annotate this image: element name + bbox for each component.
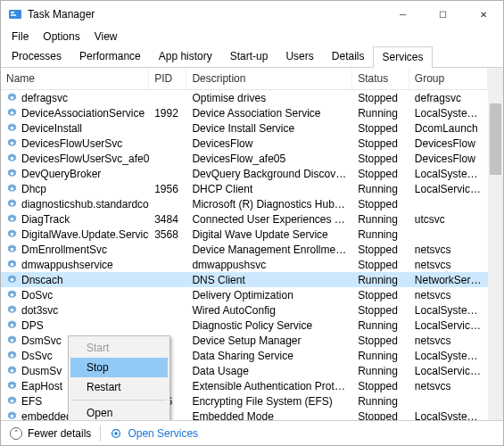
service-status: Stopped	[352, 92, 409, 104]
service-name: defragsvc	[21, 92, 68, 104]
service-status: Stopped	[352, 244, 409, 256]
menu-item-start: Start	[70, 338, 168, 358]
service-row[interactable]: DeviceAssociationService1992Device Assoc…	[1, 105, 488, 120]
service-description: DNS Client	[186, 274, 352, 286]
app-icon	[8, 7, 22, 21]
service-group: netsvcs	[409, 244, 488, 256]
service-row[interactable]: DevicesFlowUserSvc_afe05DevicesFlow_afe0…	[1, 151, 488, 166]
service-group: defragsvc	[409, 92, 488, 104]
service-status: Stopped	[352, 289, 409, 301]
open-services-link[interactable]: Open Services	[128, 427, 198, 440]
service-row[interactable]: DevicesFlowUserSvcDevicesFlowStoppedDevi…	[1, 136, 488, 151]
service-row[interactable]: DoSvcDelivery OptimizationStoppednetsvcs	[1, 287, 488, 302]
service-group: DcomLaunch	[409, 122, 488, 135]
service-description: Digital Wave Update Service	[186, 228, 352, 241]
service-name: Dnscach	[21, 274, 63, 286]
svg-point-20	[11, 354, 14, 358]
service-group: netsvcs	[409, 380, 488, 392]
service-description: Delivery Optimization	[186, 289, 352, 301]
task-manager-window: Task Manager ─ ☐ ✕ File Options View Pro…	[0, 0, 504, 446]
service-gear-icon	[6, 92, 18, 103]
service-name: DusmSv	[21, 365, 62, 377]
service-row[interactable]: DevQueryBrokerDevQuery Background Discov…	[1, 166, 488, 181]
service-row[interactable]: DPSDiagnostic Policy ServiceRunningLocal…	[1, 318, 488, 333]
service-description: Device Setup Manager	[186, 334, 352, 347]
service-group: LocalSystemN...	[409, 304, 488, 317]
service-row[interactable]: dmwappushservicedmwappushsvcStoppednetsv…	[1, 257, 488, 272]
service-group: LocalSystemN...	[409, 350, 488, 362]
service-row[interactable]: Dhcp1956DHCP ClientRunningLocalServiceN.…	[1, 181, 488, 196]
svg-point-19	[11, 339, 14, 343]
service-description: Diagnostic Policy Service	[186, 319, 352, 332]
chevron-up-icon[interactable]: ˄	[10, 427, 22, 440]
menu-view[interactable]: View	[87, 29, 125, 45]
service-group: LocalServiceN...	[409, 365, 488, 377]
service-name: DevicesFlowUserSvc_afe05	[21, 153, 149, 165]
svg-point-23	[11, 400, 14, 403]
service-row[interactable]: DnscachDNS ClientRunningNetworkService	[1, 272, 488, 287]
minimize-button[interactable]: ─	[383, 1, 423, 28]
context-menu: StartStopRestartOpen ServicesSearch onli…	[68, 335, 170, 420]
svg-point-11	[11, 218, 14, 221]
service-row[interactable]: DmEnrollmentSvcDevice Management Enrollm…	[1, 242, 488, 257]
service-row[interactable]: DeviceInstallDevice Install ServiceStopp…	[1, 120, 488, 136]
menu-file[interactable]: File	[4, 29, 36, 45]
service-description: Extensible Authentication Protocol	[186, 380, 352, 392]
service-status: Running	[352, 350, 409, 362]
service-row[interactable]: DigitalWave.Update.Service3568Digital Wa…	[1, 227, 488, 242]
separator	[100, 425, 101, 442]
svg-point-24	[11, 415, 14, 418]
svg-point-7	[11, 157, 14, 161]
service-status: Running	[352, 274, 409, 286]
svg-point-4	[11, 112, 14, 115]
menu-item-stop[interactable]: Stop	[70, 358, 168, 377]
maximize-button[interactable]: ☐	[423, 1, 463, 28]
vertical-scrollbar[interactable]	[488, 68, 503, 420]
service-row[interactable]: dot3svcWired AutoConfigStoppedLocalSyste…	[1, 302, 488, 318]
tab-start-up[interactable]: Start-up	[221, 45, 277, 67]
service-gear-icon	[6, 334, 18, 346]
service-description: Encrypting File System (EFS)	[186, 395, 352, 408]
svg-point-18	[11, 324, 14, 327]
service-row[interactable]: diagnosticshub.standardco...Microsoft (R…	[1, 196, 488, 211]
service-name: DeviceAssociationService	[21, 107, 145, 120]
scrollbar-thumb[interactable]	[490, 103, 501, 175]
service-status: Stopped	[352, 198, 409, 211]
svg-point-27	[115, 432, 119, 435]
service-gear-icon	[6, 244, 18, 255]
service-name: DigitalWave.Update.Service	[21, 228, 149, 241]
tab-users[interactable]: Users	[277, 45, 322, 67]
fewer-details-link[interactable]: Fewer details	[28, 427, 91, 440]
service-name: dmwappushservice	[21, 259, 113, 271]
service-name: DmEnrollmentSvc	[21, 244, 107, 256]
service-gear-icon	[6, 395, 18, 407]
tab-performance[interactable]: Performance	[70, 45, 150, 67]
menu-item-restart[interactable]: Restart	[70, 377, 168, 397]
tab-details[interactable]: Details	[323, 45, 374, 67]
service-name: DevicesFlowUserSvc	[21, 137, 122, 150]
menu-options[interactable]: Options	[36, 29, 87, 45]
service-status: Stopped	[352, 137, 409, 150]
col-description[interactable]: Description	[186, 68, 352, 89]
service-status: Running	[352, 228, 409, 241]
col-name[interactable]: Name	[1, 68, 149, 89]
menubar: File Options View	[1, 28, 503, 45]
service-gear-icon	[6, 365, 18, 376]
service-gear-icon	[6, 183, 18, 194]
tab-processes[interactable]: Processes	[3, 45, 70, 67]
service-name: diagnosticshub.standardco...	[21, 198, 149, 211]
service-row[interactable]: DiagTrack3484Connected User Experiences …	[1, 211, 488, 227]
gear-icon	[110, 427, 122, 440]
tab-services[interactable]: Services	[373, 46, 432, 68]
service-row[interactable]: defragsvcOptimise drivesStoppeddefragsvc	[1, 90, 488, 105]
col-group[interactable]: Group	[409, 68, 488, 89]
close-button[interactable]: ✕	[463, 1, 503, 28]
service-status: Running	[352, 107, 409, 120]
col-pid[interactable]: PID	[149, 68, 186, 89]
tab-app-history[interactable]: App history	[150, 45, 221, 67]
footer: ˄ Fewer details Open Services	[1, 420, 503, 445]
service-description: DevQuery Background Discovery Br...	[186, 168, 352, 180]
menu-item-open-services[interactable]: Open Services	[70, 403, 168, 420]
col-status[interactable]: Status	[352, 68, 409, 89]
services-grid: Name PID Description Status Group defrag…	[1, 68, 503, 420]
